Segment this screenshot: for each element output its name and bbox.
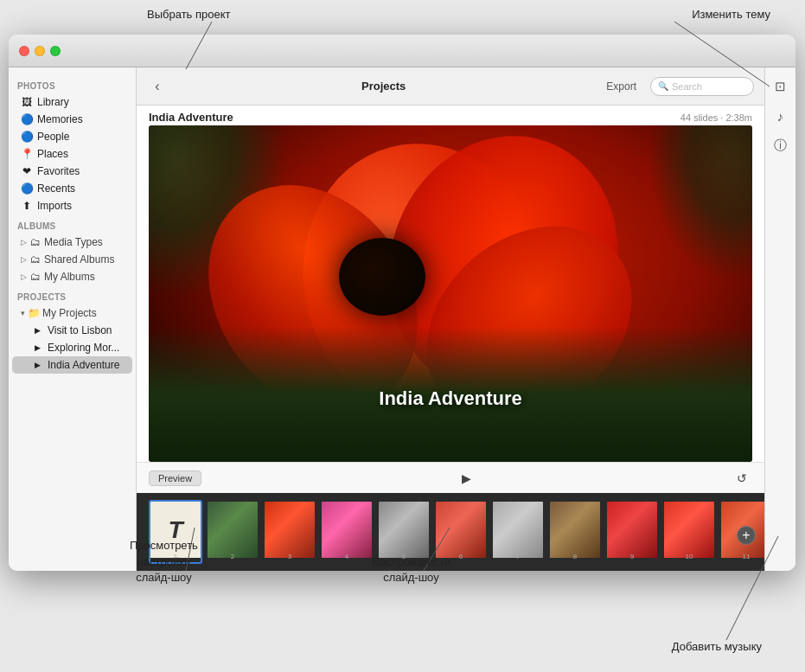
slideshow-image [149,125,752,462]
thumb-num-1: 1 [174,553,177,560]
favorites-label: Favorites [37,165,80,177]
thumb-num-4: 4 [345,553,348,560]
export-button[interactable]: Export [599,78,643,95]
film-thumb-9[interactable]: 9 [605,500,659,564]
thumb-num-7: 7 [516,553,520,560]
library-icon: 🖼 [21,96,33,108]
sidebar-item-favorites[interactable]: ❤ Favorites [12,163,132,180]
sidebar-item-my-projects[interactable]: ▾ 📁 My Projects [12,304,132,322]
content-toolbar: ‹ Projects Export 🔍 Search [137,67,764,106]
film-thumb-6[interactable]: 6 [434,500,488,564]
music-button[interactable]: ♪ [769,104,793,128]
back-button[interactable]: ‹ [147,76,168,97]
media-types-label: Media Types [44,236,103,248]
india-label: India Adventure [48,359,119,371]
places-label: Places [37,148,68,160]
film-thumb-7[interactable]: 7 [491,500,545,564]
annotation-choose-project: Выбрать проект [147,7,231,22]
thumb-image-3 [265,502,315,558]
shuffle-button[interactable]: ↺ [732,468,752,489]
film-thumb-1[interactable]: T 1 [149,500,202,564]
india-icon: ▶ [31,359,43,371]
sidebar-item-memories[interactable]: 🔵 Memories [12,111,132,128]
imports-icon: ⬆ [21,200,33,212]
sidebar-item-people[interactable]: 🔵 People [12,128,132,145]
sidebar-item-visit-to-lisbon[interactable]: ▶ Visit to Lisbon [12,322,132,339]
sidebar-item-shared-albums[interactable]: ▷ 🗂 Shared Albums [12,251,132,268]
search-icon: 🔍 [658,81,668,91]
add-slide-button[interactable]: + [737,526,756,545]
film-thumb-5[interactable]: 5 [377,500,431,564]
chevron-icon: ▷ [21,238,27,246]
close-button[interactable] [19,46,29,56]
thumb-image-7 [493,502,543,558]
recents-icon: 🔵 [21,182,33,195]
sidebar-item-media-types[interactable]: ▷ 🗂 Media Types [12,234,132,251]
places-icon: 📍 [21,148,33,160]
sidebar-item-places[interactable]: 📍 Places [12,145,132,163]
panels-button[interactable]: ⊡ [769,74,793,99]
film-thumb-4[interactable]: 4 [320,500,374,564]
info-button[interactable]: ⓘ [769,133,793,157]
photos-section-label: Photos [9,74,136,93]
thumb-image-2 [208,502,258,558]
preview-controls: Preview ▶ ↺ [137,462,764,493]
slideshow-preview: India Adventure [149,125,752,462]
foliage-right [648,125,752,281]
play-icon: ▶ [462,471,471,485]
media-types-icon: 🗂 [29,236,42,248]
people-icon: 🔵 [21,131,33,143]
sidebar: Photos 🖼 Library 🔵 Memories 🔵 People 📍 P… [9,67,137,571]
film-thumb-3[interactable]: 3 [263,500,316,564]
film-thumb-2[interactable]: 2 [206,500,259,564]
shared-albums-icon: 🗂 [29,253,42,266]
visit-icon: ▶ [31,324,43,336]
visit-label: Visit to Lisbon [48,324,112,336]
right-panel: ⊡ ♪ ⓘ [764,67,795,571]
music-icon: ♪ [777,109,784,124]
thumb-image-6 [436,502,486,558]
sidebar-item-recents[interactable]: 🔵 Recents [12,180,132,197]
preview-tab[interactable]: Preview [149,470,201,486]
info-icon: ⓘ [774,138,787,154]
thumb-num-6: 6 [459,553,463,560]
thumb-num-10: 10 [686,553,693,560]
minimize-button[interactable] [35,46,45,56]
thumb-image-1: T [150,502,201,558]
flower-center [339,238,425,316]
my-albums-label: My Albums [44,271,95,283]
chevron-icon-3: ▷ [21,272,27,281]
slideshow-title-overlay: India Adventure [379,387,521,410]
thumb-image-4 [322,502,372,558]
thumb-num-9: 9 [630,553,634,560]
sidebar-item-exploring[interactable]: ▶ Exploring Mor... [12,339,132,356]
thumb-num-2: 2 [231,553,234,560]
main-layout: Photos 🖼 Library 🔵 Memories 🔵 People 📍 P… [9,67,795,571]
panels-icon: ⊡ [775,79,786,94]
shuffle-icon: ↺ [737,471,747,485]
film-thumb-8[interactable]: 8 [548,500,602,564]
chevron-icon-4: ▾ [21,309,25,317]
thumb-image-10 [664,502,714,558]
recents-label: Recents [37,182,75,195]
annotation-add-music: Добавить музыку [672,639,762,655]
titlebar [9,35,795,67]
toolbar-title: Projects [175,80,592,93]
thumb-num-11: 11 [743,553,751,560]
sidebar-item-my-albums[interactable]: ▷ 🗂 My Albums [12,268,132,285]
sidebar-item-india-adventure[interactable]: ▶ India Adventure [12,356,132,374]
exploring-icon: ▶ [31,342,43,354]
search-box[interactable]: 🔍 Search [650,77,754,96]
my-projects-label: My Projects [42,307,97,319]
project-header: India Adventure 44 slides · 2:38m [137,106,764,125]
project-meta: 44 slides · 2:38m [680,112,752,123]
play-button[interactable]: ▶ [457,468,477,489]
sidebar-item-library[interactable]: 🖼 Library [12,93,132,111]
thumb-image-9 [607,502,657,558]
library-label: Library [37,96,69,108]
sidebar-item-imports[interactable]: ⬆ Imports [12,197,132,214]
albums-section-label: Albums [9,214,136,234]
film-thumb-10[interactable]: 10 [662,500,716,564]
maximize-button[interactable] [50,46,61,56]
people-label: People [37,131,69,143]
